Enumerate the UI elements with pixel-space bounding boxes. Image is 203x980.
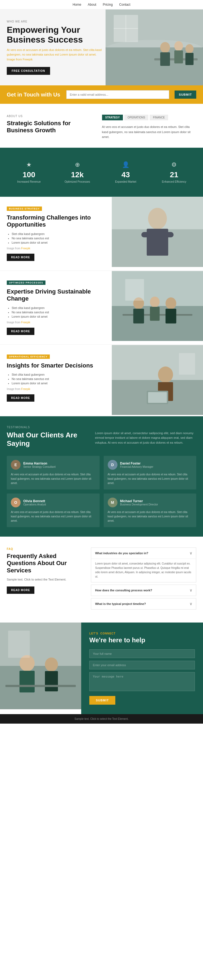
list-item: Lorem ipsum dolor sit amet: [12, 241, 105, 244]
nav-pricing[interactable]: Pricing: [103, 3, 113, 6]
list-item: Lorem ipsum dolor sit amet: [12, 315, 105, 318]
connect-name-group: [89, 649, 195, 658]
hero-description: At vero eos et accusam et justo duo dolo…: [7, 48, 104, 62]
testimonial-emma-name: Emma Harrison: [23, 461, 56, 465]
globe-icon: ⊕: [58, 161, 97, 168]
testimonials-title: What Our Clients Are Saying: [7, 431, 90, 448]
testimonial-emma-header: E Emma Harrison Senior Strategy Consulta…: [11, 460, 95, 470]
testimonial-emma: E Emma Harrison Senior Strategy Consulta…: [7, 456, 100, 490]
testimonials-right-text: Lorem ipsum dolor sit amet, consectetur …: [95, 431, 196, 450]
chevron-down-icon: ∨: [189, 602, 192, 606]
avatar-olivia-letter: O: [11, 498, 21, 508]
testimonial-michael-info: Michael Turner Business Development Dire…: [120, 499, 158, 506]
stat-market: 👤 43 Expanded Market: [104, 156, 148, 189]
tab-finance[interactable]: FINANCE: [150, 115, 168, 120]
faq-question-1[interactable]: What industries do you specialize in? ∨: [91, 548, 196, 558]
faq-question-2-text: How does the consulting process work?: [95, 589, 152, 592]
stat-market-label: Expanded Market: [106, 180, 145, 183]
article-processes: OPTIMIZED PROCESSES Expertise Driving Su…: [0, 271, 203, 345]
tab-strategy[interactable]: STRATEGY: [102, 115, 123, 120]
faq-label: FAQ: [7, 547, 83, 550]
nav-contact[interactable]: Contact: [119, 3, 130, 6]
connect-email-input[interactable]: [89, 661, 195, 670]
testimonial-daniel: D Daniel Foster Financial Advisory Manag…: [104, 456, 197, 490]
faq-right: What industries do you specialize in? ∨ …: [91, 547, 196, 612]
testimonial-olivia-info: Olivia Bennett Operations Analyst: [23, 499, 46, 506]
stat-revenue-label: Increased Revenue: [10, 180, 48, 183]
about-inner: ABOUT US Strategic Solutions for Busines…: [7, 115, 196, 140]
article-processes-image: [112, 271, 203, 344]
faq-left: FAQ Frequently Asked Questions About Our…: [7, 547, 83, 612]
faq-item-2: How does the consulting process work? ∨: [91, 585, 196, 596]
connect-section: LET'S CONNECT We're here to help SUBMIT: [0, 622, 203, 714]
testimonials-section: TESTIMONIALS What Our Clients Are Saying…: [0, 416, 203, 537]
stat-processes-number: 12k: [58, 170, 97, 179]
svg-point-23: [150, 296, 159, 307]
testimonial-daniel-info: Daniel Foster Financial Advisory Manager: [120, 461, 154, 468]
svg-rect-40: [45, 671, 58, 691]
about-section: ABOUT US Strategic Solutions for Busines…: [0, 104, 203, 148]
testimonial-olivia-role: Operations Analyst: [23, 503, 46, 506]
tab-operations[interactable]: OPERATIONS: [124, 115, 148, 120]
testimonial-olivia-text: At vero eos et accusam et justo duo dolo…: [11, 510, 95, 523]
email-banner: Get in Touch with Us SUBMIT: [0, 85, 203, 104]
faq-read-more[interactable]: READ MORE: [7, 587, 34, 594]
consultation-button[interactable]: FREE CONSULTATION: [7, 67, 50, 75]
faq-question-3[interactable]: What is the typical project timeline? ∨: [91, 598, 196, 609]
stat-efficiency-label: Enhanced Efficiency: [155, 180, 193, 183]
faq-question-2[interactable]: How does the consulting process work? ∨: [91, 585, 196, 596]
connect-submit-button[interactable]: SUBMIT: [89, 696, 115, 705]
testimonial-michael-header: M Michael Turner Business Development Di…: [108, 498, 192, 508]
stat-processes: ⊕ 12k Optimized Processes: [55, 156, 100, 189]
testimonial-daniel-text: At vero eos et accusam et justo duo dolo…: [108, 473, 192, 485]
avatar-olivia: O: [11, 498, 21, 508]
footer-text: Sample text. Click to select the Text El…: [7, 718, 196, 721]
nav-home[interactable]: Home: [73, 3, 81, 6]
article-processes-source: Image from Freepik: [7, 321, 105, 324]
email-submit-button[interactable]: SUBMIT: [174, 91, 196, 99]
article-efficiency-list: Stet clita kasd gubergren No sea takimat…: [7, 373, 105, 385]
faq-description: Sample text. Click to select the Text El…: [7, 577, 83, 582]
list-item: No sea takimata sanctus est: [12, 377, 105, 380]
article-efficiency: OPERATIONAL EFFICIENCY Insights for Smar…: [0, 345, 203, 416]
testimonial-michael: M Michael Turner Business Development Di…: [104, 493, 197, 527]
email-input[interactable]: [66, 90, 169, 99]
connect-message-input[interactable]: [89, 672, 195, 691]
connect-label: LET'S CONNECT: [89, 632, 195, 635]
svg-rect-2: [154, 58, 198, 60]
testimonial-michael-text: At vero eos et accusam et justo duo dolo…: [108, 510, 192, 523]
footer: Sample text. Click to select the Text El…: [0, 714, 203, 724]
svg-point-7: [186, 44, 193, 53]
star-icon: ★: [10, 161, 48, 168]
svg-rect-1: [106, 48, 203, 85]
list-item: Stet clita kasd gubergren: [12, 373, 105, 376]
faq-item-1: What industries do you specialize in? ∨ …: [91, 547, 196, 582]
article-processes-read-more[interactable]: READ MORE: [7, 328, 34, 335]
connect-message-group: [89, 672, 195, 692]
article-strategy: BUSINESS STRATEGY Transforming Challenge…: [0, 197, 203, 271]
article-processes-title: Expertise Driving Sustainable Change: [7, 288, 105, 302]
testimonial-daniel-role: Financial Advisory Manager: [120, 465, 154, 468]
article-strategy-title: Transforming Challenges into Opportuniti…: [7, 214, 105, 229]
svg-rect-27: [125, 279, 144, 301]
faq-question-3-text: What is the typical project timeline?: [95, 602, 146, 605]
chevron-down-icon: ∨: [189, 588, 192, 592]
faq-answer-1: Lorem ipsum dolor sit amet, consectetur …: [91, 558, 196, 582]
about-right: STRATEGY OPERATIONS FINANCE At vero eos …: [102, 115, 196, 140]
avatar-emma: E: [11, 460, 21, 470]
testimonial-daniel-name: Daniel Foster: [120, 461, 154, 465]
list-item: No sea takimata sanctus est: [12, 310, 105, 314]
svg-rect-6: [174, 51, 183, 64]
nav-about[interactable]: About: [88, 3, 96, 6]
article-efficiency-read-more[interactable]: READ MORE: [7, 395, 34, 402]
svg-rect-36: [0, 666, 81, 709]
connect-image: [0, 622, 81, 714]
connect-name-input[interactable]: [89, 649, 195, 658]
avatar-daniel-letter: D: [108, 460, 117, 470]
testimonial-michael-name: Michael Turner: [120, 499, 158, 503]
article-strategy-read-more[interactable]: READ MORE: [7, 254, 34, 261]
article-processes-content: OPTIMIZED PROCESSES Expertise Driving Su…: [0, 271, 112, 344]
article-processes-list: Stet clita kasd gubergren No sea takimat…: [7, 306, 105, 318]
hero-office-image: [106, 10, 203, 85]
svg-point-30: [158, 366, 173, 383]
